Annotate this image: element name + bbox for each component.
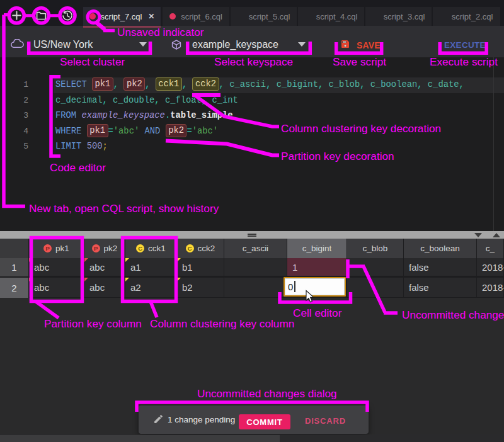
svg-text:Partition key column: Partition key column — [44, 317, 142, 330]
svg-text:Select keyspace: Select keyspace — [214, 55, 293, 68]
svg-text:Select cluster: Select cluster — [60, 55, 125, 68]
svg-text:Column clustering key decorati: Column clustering key decoration — [281, 122, 441, 135]
svg-text:Unsaved indicator: Unsaved indicator — [117, 26, 204, 38]
svg-text:Partition key decoration: Partition key decoration — [281, 150, 394, 162]
svg-text:Code editor: Code editor — [50, 161, 106, 174]
svg-text:New tab, open CQL script, show: New tab, open CQL script, show history — [29, 202, 219, 215]
svg-text:Execute script: Execute script — [430, 55, 498, 68]
svg-text:Column clustering key column: Column clustering key column — [150, 317, 294, 330]
svg-text:Uncommitted change: Uncommitted change — [402, 309, 504, 321]
svg-text:Cell editor: Cell editor — [293, 307, 342, 319]
svg-text:Uncommitted changes dialog: Uncommitted changes dialog — [197, 387, 337, 400]
svg-text:Save script: Save script — [333, 55, 386, 68]
